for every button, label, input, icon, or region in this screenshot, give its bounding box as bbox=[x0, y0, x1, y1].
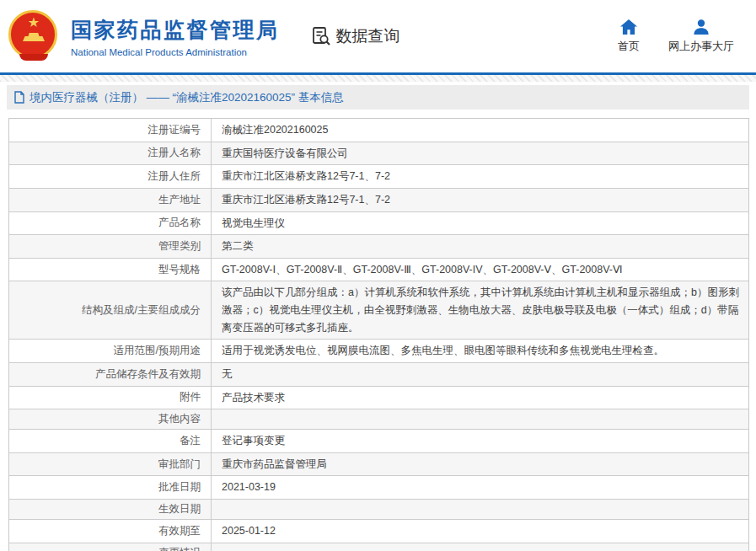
data-query-button[interactable]: 数据查询 bbox=[310, 25, 400, 47]
row-label: 变更情况 bbox=[9, 543, 212, 551]
table-row: 产品储存条件及有效期无 bbox=[9, 363, 748, 387]
table-row: 备注登记事项变更 bbox=[9, 430, 748, 453]
nav-home[interactable]: 首页 bbox=[618, 19, 640, 54]
row-label-text: 适用范围/预期用途 bbox=[114, 344, 201, 358]
row-label-text: 附件 bbox=[180, 390, 201, 404]
row-value bbox=[212, 409, 748, 429]
row-label: 审批部门 bbox=[9, 453, 212, 476]
row-label: 有效期至 bbox=[9, 520, 212, 543]
row-label: 备注 bbox=[9, 430, 212, 452]
table-row: 变更情况 bbox=[9, 543, 748, 551]
table-row: 附件产品技术要求 bbox=[9, 387, 748, 410]
row-value: 第二类 bbox=[212, 235, 748, 258]
row-value-text: 重庆市江北区港桥支路12号7-1、7-2 bbox=[222, 191, 390, 209]
table-row: 管理类别第二类 bbox=[9, 235, 748, 259]
row-label-text: 审批部门 bbox=[158, 457, 201, 472]
row-label: 附件 bbox=[9, 387, 212, 409]
row-label: 生产地址 bbox=[9, 189, 212, 211]
emblem-ribbon bbox=[19, 54, 48, 61]
row-value: 登记事项变更 bbox=[212, 430, 748, 452]
row-label-text: 生效日期 bbox=[158, 502, 201, 516]
row-value: 2021-03-19 bbox=[212, 476, 748, 499]
row-label-text: 管理类别 bbox=[158, 239, 201, 254]
row-label-text: 其他内容 bbox=[158, 412, 201, 426]
table-row: 型号规格GT-2008V-Ⅰ、GT-2008V-Ⅱ、GT-2008V-Ⅲ、GT-… bbox=[9, 259, 748, 282]
table-row: 生产地址重庆市江北区港桥支路12号7-1、7-2 bbox=[9, 189, 748, 212]
row-value-text: 2021-03-19 bbox=[222, 479, 276, 496]
row-label-text: 有效期至 bbox=[158, 524, 201, 538]
nav-service-hall-label: 网上办事大厅 bbox=[668, 39, 734, 54]
national-emblem-logo: ★ bbox=[8, 10, 59, 62]
registration-info-table: 注册证编号渝械注准20202160025注册人名称重庆国特医疗设备有限公司注册人… bbox=[8, 118, 749, 551]
row-label: 注册人名称 bbox=[9, 142, 212, 165]
row-value: 重庆市江北区港桥支路12号7-1、7-2 bbox=[212, 165, 748, 188]
row-value-text: GT-2008V-Ⅰ、GT-2008V-Ⅱ、GT-2008V-Ⅲ、GT-2008… bbox=[222, 261, 623, 279]
row-label-text: 注册人住所 bbox=[148, 169, 201, 184]
table-row: 适用范围/预期用途适用于视觉诱发电位、视网膜电流图、多焦电生理、眼电图等眼科传统… bbox=[9, 340, 748, 363]
row-value: 视觉电生理仪 bbox=[212, 212, 748, 235]
breadcrumb: 境内医疗器械（注册） —— “渝械注准20202160025” 基本信息 bbox=[7, 85, 749, 110]
row-value: GT-2008V-Ⅰ、GT-2008V-Ⅱ、GT-2008V-Ⅲ、GT-2008… bbox=[212, 259, 748, 281]
table-row: 生效日期 bbox=[9, 500, 748, 520]
row-label: 生效日期 bbox=[9, 500, 212, 519]
row-label-text: 结构及组成/主要组成成分 bbox=[82, 303, 201, 318]
row-label: 管理类别 bbox=[9, 235, 212, 258]
row-value: 重庆国特医疗设备有限公司 bbox=[212, 142, 748, 165]
row-label-text: 批准日期 bbox=[158, 480, 201, 495]
row-value-text: 适用于视觉诱发电位、视网膜电流图、多焦电生理、眼电图等眼科传统和多焦视觉电生理检… bbox=[222, 342, 664, 360]
row-label-text: 产品储存条件及有效期 bbox=[95, 367, 201, 382]
doc-search-icon bbox=[310, 25, 332, 47]
table-row: 产品名称视觉电生理仪 bbox=[9, 212, 748, 236]
table-row: 其他内容 bbox=[9, 409, 748, 430]
row-label-text: 注册人名称 bbox=[148, 146, 201, 160]
table-row: 注册人名称重庆国特医疗设备有限公司 bbox=[9, 142, 748, 166]
nav-home-label: 首页 bbox=[618, 39, 640, 54]
data-query-label: 数据查询 bbox=[336, 25, 400, 47]
row-label: 其他内容 bbox=[9, 409, 212, 429]
row-value bbox=[212, 543, 748, 551]
row-value: 产品技术要求 bbox=[212, 387, 748, 409]
row-value: 重庆市药品监督管理局 bbox=[212, 453, 748, 476]
row-value bbox=[212, 500, 748, 519]
org-title-block: 国家药品监督管理局 National Medical Products Admi… bbox=[71, 16, 280, 57]
nav-service-hall[interactable]: 网上办事大厅 bbox=[668, 19, 734, 54]
row-value-text: 重庆市江北区港桥支路12号7-1、7-2 bbox=[222, 168, 390, 185]
table-row: 有效期至2025-01-12 bbox=[9, 520, 748, 543]
row-value: 该产品由以下几部分组成：a）计算机系统和软件系统，其中计算机系统由计算机主机和显… bbox=[212, 281, 748, 339]
row-label: 适用范围/预期用途 bbox=[9, 340, 212, 362]
table-row: 审批部门重庆市药品监督管理局 bbox=[9, 453, 748, 477]
row-value-text: 产品技术要求 bbox=[222, 389, 285, 407]
table-row: 注册证编号渝械注准20202160025 bbox=[9, 119, 748, 142]
row-value-text: 登记事项变更 bbox=[222, 432, 285, 450]
row-label: 结构及组成/主要组成成分 bbox=[9, 281, 212, 339]
row-label-text: 注册证编号 bbox=[148, 123, 201, 137]
breadcrumb-text: 境内医疗器械（注册） —— “渝械注准20202160025” 基本信息 bbox=[29, 90, 344, 105]
row-label-text: 生产地址 bbox=[158, 193, 201, 207]
row-label: 产品名称 bbox=[9, 212, 212, 235]
row-value-text: 无 bbox=[222, 366, 233, 383]
row-value-text: 视觉电生理仪 bbox=[222, 215, 285, 233]
org-title-cn: 国家药品监督管理局 bbox=[71, 16, 280, 44]
row-label-text: 变更情况 bbox=[158, 546, 201, 551]
row-value-text: 该产品由以下几部分组成：a）计算机系统和软件系统，其中计算机系统由计算机主机和显… bbox=[222, 284, 740, 336]
page-header: ★ 国家药品监督管理局 National Medical Products Ad… bbox=[0, 0, 756, 72]
row-value: 渝械注准20202160025 bbox=[212, 119, 748, 142]
row-label-text: 备注 bbox=[180, 434, 201, 448]
table-row: 注册人住所重庆市江北区港桥支路12号7-1、7-2 bbox=[9, 165, 748, 189]
row-value-text: 重庆国特医疗设备有限公司 bbox=[222, 145, 348, 163]
org-title-en: National Medical Products Administration bbox=[71, 47, 280, 57]
table-row: 结构及组成/主要组成成分该产品由以下几部分组成：a）计算机系统和软件系统，其中计… bbox=[9, 281, 748, 340]
row-value-text: 重庆市药品监督管理局 bbox=[222, 456, 327, 473]
row-value-text: 渝械注准20202160025 bbox=[222, 121, 328, 139]
row-value-text: 2025-01-12 bbox=[222, 522, 276, 540]
row-label-text: 产品名称 bbox=[158, 216, 201, 230]
row-label-text: 型号规格 bbox=[158, 263, 201, 277]
row-label: 注册人住所 bbox=[9, 165, 212, 188]
table-row: 批准日期2021-03-19 bbox=[9, 476, 748, 500]
row-value-text: 第二类 bbox=[222, 238, 254, 255]
row-value: 2025-01-12 bbox=[212, 520, 748, 543]
row-value: 重庆市江北区港桥支路12号7-1、7-2 bbox=[212, 189, 748, 211]
row-value: 适用于视觉诱发电位、视网膜电流图、多焦电生理、眼电图等眼科传统和多焦视觉电生理检… bbox=[212, 340, 748, 362]
row-label: 批准日期 bbox=[9, 476, 212, 499]
user-icon bbox=[692, 19, 710, 35]
